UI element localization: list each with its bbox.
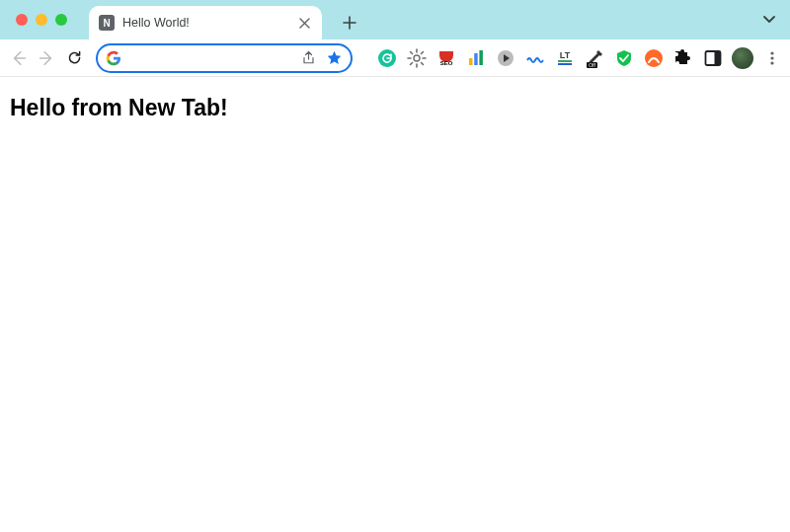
grammarly-icon — [377, 48, 397, 68]
bookmark-button[interactable] — [325, 48, 345, 68]
extension-seo[interactable]: SEO — [435, 47, 457, 69]
arrow-right-icon — [38, 49, 55, 67]
svg-rect-4 — [474, 53, 478, 65]
back-button[interactable] — [8, 44, 30, 72]
close-tab-button[interactable] — [296, 15, 312, 31]
kebab-icon — [764, 50, 780, 66]
browser-menu-button[interactable] — [763, 46, 782, 70]
wave-icon — [525, 48, 545, 68]
share-icon — [301, 50, 316, 65]
window-controls — [6, 14, 67, 39]
extension-grammarly[interactable] — [376, 47, 398, 69]
plus-icon — [343, 16, 356, 30]
side-panel-icon — [703, 48, 723, 68]
extensions-strip: SEO LT Off — [376, 47, 753, 69]
extension-video[interactable] — [495, 47, 516, 69]
lt-icon: LT — [555, 48, 575, 68]
extension-orange[interactable] — [643, 47, 665, 69]
svg-point-14 — [771, 56, 774, 59]
extension-settings-gear[interactable] — [406, 47, 428, 69]
arrow-left-icon — [10, 49, 28, 67]
puzzle-icon — [673, 48, 693, 68]
extension-languagetool[interactable]: LT — [554, 47, 576, 69]
extension-eyedropper[interactable]: Off — [584, 47, 605, 69]
close-icon — [299, 18, 310, 29]
bars-icon — [466, 48, 486, 68]
svg-text:LT: LT — [560, 50, 571, 60]
browser-tab[interactable]: N Hello World! — [89, 6, 322, 39]
tab-search-button[interactable] — [762, 12, 776, 30]
svg-rect-3 — [469, 58, 473, 65]
eyedropper-icon: Off — [585, 48, 604, 68]
side-panel-button[interactable] — [702, 47, 724, 69]
star-icon — [326, 49, 343, 66]
extensions-menu-button[interactable] — [672, 47, 694, 69]
google-g-icon — [106, 50, 121, 66]
address-bar[interactable] — [96, 43, 353, 73]
circle-slash-icon — [644, 48, 664, 68]
share-button[interactable] — [299, 48, 319, 68]
url-input[interactable] — [127, 50, 293, 65]
extension-adblock[interactable] — [613, 47, 635, 69]
svg-rect-5 — [479, 50, 483, 65]
new-tab-button[interactable] — [336, 9, 363, 37]
svg-text:Off: Off — [589, 61, 595, 67]
svg-rect-12 — [714, 51, 720, 65]
tab-favicon: N — [99, 15, 115, 31]
extension-analytics[interactable] — [465, 47, 487, 69]
page-heading: Hello from New Tab! — [10, 95, 780, 121]
profile-avatar[interactable] — [732, 47, 753, 69]
window-maximize-button[interactable] — [55, 14, 67, 26]
seo-icon: SEO — [436, 48, 456, 68]
svg-point-15 — [771, 61, 774, 64]
chevron-down-icon — [762, 12, 776, 26]
svg-text:SEO: SEO — [440, 60, 453, 66]
svg-point-13 — [771, 51, 774, 54]
window-minimize-button[interactable] — [36, 14, 47, 26]
tab-title: Hello World! — [122, 16, 288, 30]
window-close-button[interactable] — [16, 14, 28, 26]
page-content: Hello from New Tab! — [0, 77, 790, 532]
gear-icon — [407, 48, 427, 68]
forward-button[interactable] — [36, 44, 57, 72]
shield-icon — [614, 48, 634, 68]
reload-button[interactable] — [64, 44, 86, 72]
play-icon — [496, 48, 515, 68]
extension-wave[interactable] — [524, 47, 546, 69]
svg-point-1 — [414, 55, 420, 61]
tab-strip: N Hello World! — [0, 0, 790, 39]
reload-icon — [66, 49, 83, 66]
browser-toolbar: SEO LT Off — [0, 39, 790, 77]
